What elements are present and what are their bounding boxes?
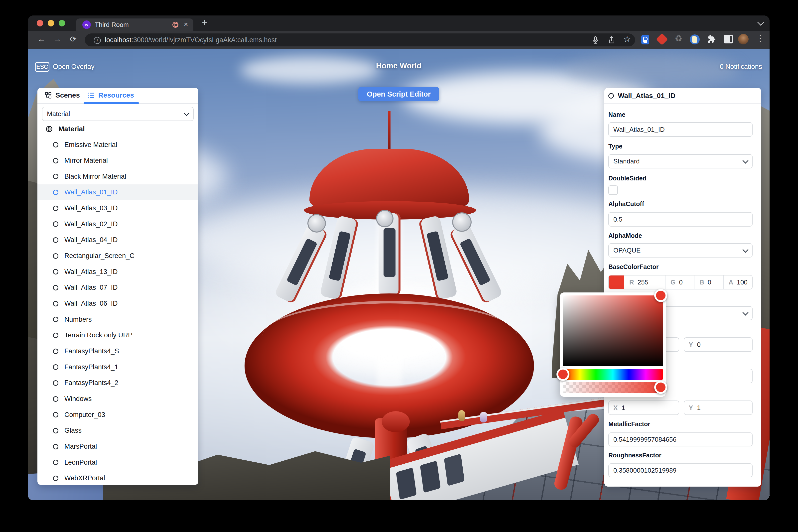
reader-ext-icon[interactable]: [690, 34, 700, 44]
doublesided-checkbox[interactable]: [608, 185, 618, 195]
channel-a-input[interactable]: A100: [723, 276, 752, 289]
material-list-item[interactable]: Wall_Atlas_06_ID: [37, 296, 198, 312]
alphacutoff-input[interactable]: 0.5: [608, 212, 753, 227]
material-list-item[interactable]: FantasyPlants4_S: [37, 343, 198, 359]
saturation-area[interactable]: [563, 296, 663, 366]
scale-y-value: 1: [697, 404, 700, 412]
alphamode-select[interactable]: OPAQUE: [608, 243, 753, 258]
roughnessfactor-label: RoughnessFactor: [608, 452, 662, 459]
roughnessfactor-input[interactable]: 0.3580000102519989: [608, 463, 753, 477]
notifications-label[interactable]: 0 Notifications: [720, 63, 762, 71]
alphamode-value: OPAQUE: [613, 247, 641, 254]
material-item-label: FantasyPlants4_1: [64, 363, 118, 371]
material-item-label: Windows: [64, 395, 92, 403]
forward-icon[interactable]: →: [53, 34, 61, 44]
minimize-window-button[interactable]: [48, 20, 54, 26]
new-tab-button[interactable]: +: [202, 17, 207, 28]
info-icon[interactable]: i: [94, 37, 101, 44]
material-list-item[interactable]: MarsPortal: [37, 439, 198, 455]
material-list-item[interactable]: Wall_Atlas_07_ID: [37, 280, 198, 296]
metallicfactor-value: 0.5419999957084656: [613, 436, 677, 443]
channel-b-input[interactable]: B0: [694, 276, 723, 289]
reload-icon[interactable]: ⟳: [70, 34, 77, 44]
channel-g-input[interactable]: G0: [665, 276, 694, 289]
close-window-button[interactable]: [37, 20, 43, 26]
open-script-editor-label: Open Script Editor: [367, 90, 431, 98]
material-list-item[interactable]: Wall_Atlas_03_ID: [37, 201, 198, 216]
alpha-thumb[interactable]: [654, 381, 667, 394]
back-icon[interactable]: ←: [37, 34, 45, 44]
extensions-puzzle-icon[interactable]: [706, 34, 716, 44]
material-list-item[interactable]: LeonPortal: [37, 454, 198, 470]
devtools-ext-icon[interactable]: [656, 33, 668, 45]
material-list-item[interactable]: WebXRPortal: [37, 470, 198, 485]
browser-toolbar: ← → ⟳ i localhost:3000/world/!vjrzmTVOcy…: [28, 31, 770, 49]
offset-y-input[interactable]: Y0: [684, 337, 753, 352]
recycle-ext-icon[interactable]: ♻: [675, 34, 682, 43]
roughnessfactor-value: 0.3580000102519989: [613, 467, 677, 474]
zoom-window-button[interactable]: [59, 20, 65, 26]
url-bar[interactable]: i localhost:3000/world/!vjrzmTVOcyIsLgaA…: [85, 34, 635, 46]
material-item-label: Wall_Atlas_03_ID: [64, 204, 118, 212]
world-viewport[interactable]: ESC Open Overlay Home World 0 Notificati…: [28, 49, 770, 500]
name-value: Wall_Atlas_01_ID: [613, 126, 665, 133]
scale-x-input[interactable]: X1: [608, 400, 679, 415]
alpha-slider[interactable]: [563, 382, 663, 393]
tab-title: Third Room: [95, 18, 129, 31]
browser-tab[interactable]: ∞ Third Room ×: [76, 18, 193, 31]
material-item-label: FantasyPlants4_2: [64, 379, 118, 387]
material-list-item[interactable]: Windows: [37, 391, 198, 407]
material-item-label: Computer_03: [64, 411, 105, 419]
material-list-item[interactable]: Numbers: [37, 311, 198, 327]
hue-thumb[interactable]: [556, 368, 569, 381]
scene-torus-highlight: [263, 301, 517, 371]
tab-search-chevron-icon[interactable]: [757, 19, 764, 26]
material-ring-icon: [53, 476, 58, 481]
scale-y-input[interactable]: Y1: [684, 400, 753, 415]
channel-r-input[interactable]: R255: [624, 276, 665, 289]
material-list-item[interactable]: Black Mirror Material: [37, 168, 198, 185]
profile-avatar[interactable]: [738, 34, 748, 44]
browser-menu-icon[interactable]: ⋮: [756, 33, 764, 43]
material-list-item[interactable]: Glass: [37, 423, 198, 439]
type-select[interactable]: Standard: [608, 154, 753, 168]
scene-lower-joint: [382, 411, 410, 432]
password-manager-ext-icon[interactable]: [641, 35, 649, 44]
metallicfactor-input[interactable]: 0.5419999957084656: [608, 433, 753, 446]
mic-icon[interactable]: [591, 36, 600, 44]
material-list-item[interactable]: Wall_Atlas_04_ID: [37, 232, 198, 248]
material-list-item[interactable]: FantasyPlants4_1: [37, 359, 198, 375]
scale-x-key: X: [613, 404, 618, 412]
material-list-item[interactable]: Wall_Atlas_13_ID: [37, 264, 198, 280]
material-item-label: Terrain Rock only URP: [64, 331, 133, 339]
material-list-item[interactable]: Rectangular_Screen_C: [37, 248, 198, 264]
material-ring-icon: [53, 412, 58, 417]
material-item-label: LeonPortal: [64, 459, 97, 467]
alphacutoff-label: AlphaCutoff: [608, 201, 644, 208]
basecolor-swatch[interactable]: [609, 276, 624, 289]
material-list-item[interactable]: Wall_Atlas_02_ID: [37, 216, 198, 232]
material-list-item[interactable]: Wall_Atlas_01_ID: [37, 185, 198, 201]
name-input[interactable]: Wall_Atlas_01_ID: [608, 122, 753, 137]
material-item-label: MarsPortal: [64, 443, 97, 451]
tab-recording-icon: [172, 22, 178, 28]
bookmark-star-icon[interactable]: ☆: [623, 34, 631, 44]
material-list-item[interactable]: Mirror Material: [37, 153, 198, 169]
material-ring-icon: [53, 332, 58, 338]
material-ring-icon: [53, 142, 58, 148]
scene-arm-joint: [452, 212, 472, 232]
side-panel-icon[interactable]: [724, 35, 733, 43]
material-list-item[interactable]: Emissive Material: [37, 137, 198, 153]
material-item-label: Numbers: [64, 316, 92, 323]
material-ring-icon: [53, 174, 58, 179]
material-list-item[interactable]: FantasyPlants4_2: [37, 375, 198, 391]
tab-close-icon[interactable]: ×: [184, 18, 188, 31]
scene-arm-joint: [376, 210, 394, 227]
material-list-item[interactable]: Terrain Rock only URP: [37, 327, 198, 343]
hue-slider[interactable]: [563, 369, 663, 380]
share-icon[interactable]: [608, 36, 615, 44]
open-script-editor-button[interactable]: Open Script Editor: [358, 87, 439, 101]
material-list-item[interactable]: Computer_03: [37, 407, 198, 423]
material-ring-icon: [53, 237, 58, 243]
saturation-thumb[interactable]: [654, 289, 667, 302]
